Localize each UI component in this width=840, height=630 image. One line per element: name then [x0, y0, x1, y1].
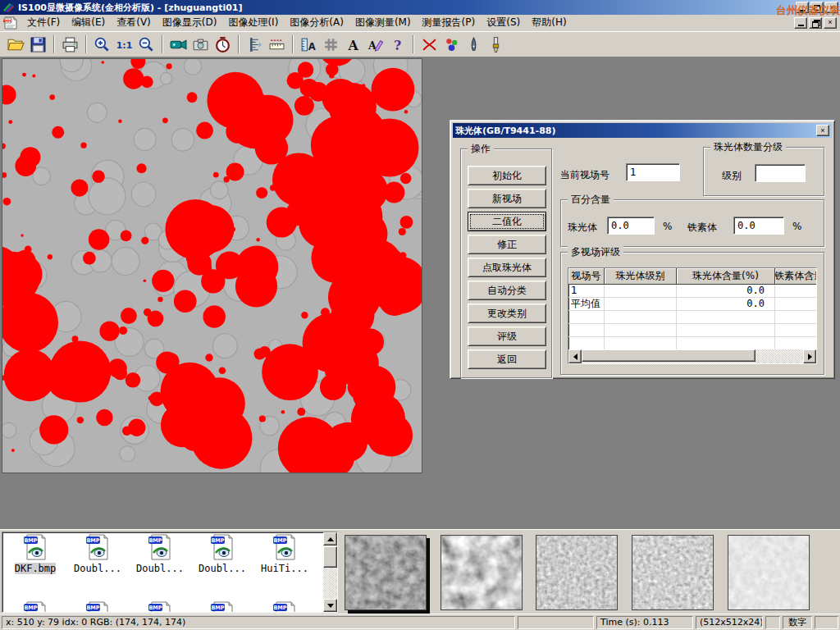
file-item-partial[interactable]: BMP [129, 601, 191, 613]
file-item[interactable]: BMPHuiTi... [253, 534, 316, 574]
count-points-icon [443, 36, 460, 53]
table-row[interactable]: 10.0 [568, 285, 816, 298]
text-label-button[interactable]: A [342, 34, 364, 55]
menu-image-process[interactable]: 图像处理(I) [222, 15, 284, 30]
sample-thumbnail-4[interactable] [632, 535, 714, 610]
minimize-button[interactable] [796, 2, 809, 13]
annotate-button[interactable]: A [364, 34, 386, 55]
ferrite-percent-input[interactable] [733, 217, 784, 235]
level-input[interactable] [755, 164, 806, 182]
return-button[interactable]: 返回 [468, 349, 546, 369]
column-header[interactable]: 铁素体含量(%) [775, 268, 817, 285]
binarize-button[interactable]: 二值化 [468, 212, 546, 231]
menu-file[interactable]: 文件(F) [21, 15, 66, 30]
auto-classify-button[interactable]: 自动分类 [468, 281, 546, 300]
file-list-scrollbar[interactable] [323, 532, 337, 612]
table-row-empty[interactable] [568, 324, 816, 337]
scroll-left-button[interactable] [568, 349, 582, 363]
menu-image-analysis[interactable]: 图像分析(A) [284, 15, 349, 30]
pick-pearlite-button[interactable]: 点取珠光体 [468, 258, 546, 277]
pearlite-percent-input[interactable] [607, 217, 655, 235]
current-field-input[interactable] [626, 163, 680, 181]
file-item-partial[interactable]: BMP [253, 601, 316, 613]
table-row-empty[interactable] [568, 337, 816, 350]
scroll-up-button[interactable] [323, 532, 337, 546]
file-item[interactable]: BMPDoubl... [66, 534, 129, 574]
ruler-button[interactable] [266, 34, 288, 55]
scroll-right-button[interactable] [803, 349, 816, 363]
grid-tool-button[interactable] [320, 34, 342, 55]
dialog-title-bar[interactable]: 珠光体(GB/T9441-88) × [453, 123, 832, 138]
column-header[interactable]: 视场号 [568, 268, 605, 285]
svg-text:BMP: BMP [273, 605, 286, 611]
menu-measure-report[interactable]: 测量报告(P) [417, 15, 482, 30]
sample-thumbnail-1[interactable] [345, 535, 427, 610]
child-restore-button[interactable] [809, 17, 822, 29]
file-item-partial[interactable]: BMP [4, 601, 66, 613]
count-points-button[interactable] [441, 34, 463, 55]
child-minimize-button[interactable] [794, 17, 807, 29]
open-file-button[interactable] [5, 34, 27, 55]
scrollbar-thumb[interactable] [323, 546, 337, 568]
help-button[interactable]: ? [386, 34, 409, 55]
file-item[interactable]: BMPDoubl... [129, 534, 191, 574]
file-item-partial[interactable]: BMP [191, 601, 253, 613]
scroll-down-button[interactable] [323, 599, 337, 612]
close-icon: × [820, 127, 824, 135]
correct-button[interactable]: 修正 [468, 235, 546, 254]
table-row-empty[interactable] [568, 311, 816, 324]
initialize-button[interactable]: 初始化 [468, 166, 546, 185]
caliper-button[interactable] [244, 34, 266, 55]
dialog-close-button[interactable]: × [816, 125, 829, 136]
arrow-right-icon [808, 354, 812, 360]
file-item[interactable]: BMPDoubl... [191, 534, 253, 574]
pen-tool-button[interactable] [463, 34, 485, 55]
grading-group: 珠光体数量分级 级别 [703, 147, 824, 196]
close-icon: × [828, 19, 832, 26]
menu-help[interactable]: 帮助(H) [526, 15, 572, 30]
child-close-button[interactable]: × [824, 17, 837, 29]
brush-tool-button[interactable] [485, 34, 507, 55]
column-header[interactable]: 珠光体含量(%) [677, 268, 775, 285]
sample-thumbnail-2[interactable] [441, 535, 523, 610]
new-field-button[interactable]: 新视场 [468, 189, 546, 208]
menu-edit[interactable]: 编辑(E) [66, 15, 111, 30]
micrograph-image[interactable] [2, 58, 422, 473]
zoom-out-button[interactable] [135, 34, 158, 55]
menu-view[interactable]: 查看(V) [111, 15, 157, 30]
table-cell [775, 298, 817, 311]
table-horizontal-scrollbar[interactable] [568, 349, 816, 363]
column-header[interactable]: 珠光体级别 [605, 268, 677, 285]
close-button[interactable]: × [825, 2, 838, 13]
table-row[interactable]: 平均值0.0 [568, 298, 816, 311]
file-item[interactable]: BMPDKF.bmp [4, 534, 66, 574]
bmp-file-icon: BMP [210, 601, 235, 613]
video-camera-button[interactable] [167, 34, 189, 55]
scrollbar-track[interactable] [582, 349, 803, 363]
grade-button[interactable]: 评级 [468, 326, 546, 346]
menu-image-display[interactable]: 图像显示(D) [157, 15, 223, 30]
operations-group: 操作 初始化新视场二值化修正点取珠光体自动分类更改类别评级返回 [460, 148, 552, 378]
bmp-file-icon: BMP [210, 534, 235, 560]
percent-group: 百分含量 珠光体 % 铁素体 % [560, 199, 824, 247]
timer-clock-button[interactable] [212, 34, 234, 55]
maximize-button[interactable] [810, 2, 824, 13]
scrollbar-thumb[interactable] [582, 349, 756, 362]
table-cell [775, 285, 817, 298]
change-class-button[interactable]: 更改类别 [468, 304, 546, 323]
table-cell [605, 311, 677, 324]
zoom-in-button[interactable] [91, 34, 113, 55]
sample-thumbnail-3[interactable] [536, 535, 618, 610]
measure-scale-button[interactable]: A [298, 34, 320, 55]
zoom-1-1-button[interactable]: 1:1 [113, 34, 135, 55]
curve-tool-button[interactable] [418, 34, 441, 55]
menu-bar: DOC 文件(F)编辑(E)查看(V)图像显示(D)图像处理(I)图像分析(A)… [0, 15, 840, 31]
menu-image-measure[interactable]: 图像测量(M) [349, 15, 417, 30]
print-button[interactable] [59, 34, 81, 55]
menu-settings[interactable]: 设置(S) [481, 15, 526, 30]
file-item-partial[interactable]: BMP [66, 601, 129, 613]
save-button[interactable] [27, 34, 49, 55]
snapshot-camera-button[interactable] [189, 34, 212, 55]
sample-thumbnail-5[interactable] [728, 535, 810, 610]
toolbar-separator [292, 35, 294, 53]
